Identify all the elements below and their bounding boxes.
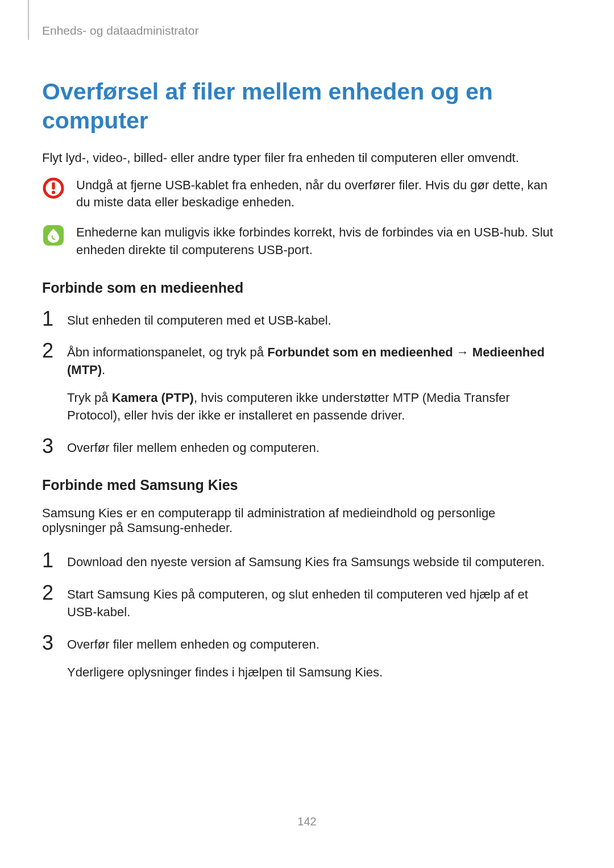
svg-rect-1 xyxy=(52,182,55,189)
step-text: Overfør filer mellem enheden og computer… xyxy=(67,436,559,457)
step2-arrow: → xyxy=(453,345,472,359)
step-number: 1 xyxy=(42,550,57,571)
step-number: 1 xyxy=(42,309,57,329)
step-number: 2 xyxy=(42,583,57,603)
section2-intro: Samsung Kies er en computerapp til admin… xyxy=(42,506,559,535)
section1-step1: 1 Slut enheden til computeren med et USB… xyxy=(42,309,559,330)
page-binding-mark xyxy=(28,0,29,40)
step2-para2-prefix: Tryk på xyxy=(67,391,112,405)
section1-heading: Forbinde som en medieenhed xyxy=(42,280,559,296)
warning-note: Undgå at fjerne USB-kablet fra enheden, … xyxy=(42,177,559,212)
warning-icon xyxy=(42,177,65,200)
page-content: Enheds- og dataadministrator Overførsel … xyxy=(0,0,614,681)
section2-step1: 1 Download den nyeste version af Samsung… xyxy=(42,550,559,571)
info-icon xyxy=(42,224,65,247)
warning-text: Undgå at fjerne USB-kablet fra enheden, … xyxy=(76,177,559,212)
step-text: Slut enheden til computeren med et USB-k… xyxy=(67,309,559,330)
intro-paragraph: Flyt lyd-, video-, billed- eller andre t… xyxy=(42,151,559,165)
step2-para2-bold: Kamera (PTP) xyxy=(112,391,194,405)
section1-step3: 3 Overfør filer mellem enheden og comput… xyxy=(42,436,559,457)
step2-suffix: . xyxy=(102,363,105,377)
step-number: 3 xyxy=(42,436,57,456)
page-number: 142 xyxy=(0,815,614,828)
step-text: Åbn informationspanelet, og tryk på Forb… xyxy=(67,340,559,424)
info-text: Enhederne kan muligvis ikke forbindes ko… xyxy=(76,224,559,259)
section2-heading: Forbinde med Samsung Kies xyxy=(42,477,559,493)
breadcrumb: Enheds- og dataadministrator xyxy=(42,24,559,38)
step-number: 3 xyxy=(42,633,57,653)
step-text: Download den nyeste version af Samsung K… xyxy=(67,550,559,571)
section2-step3: 3 Overfør filer mellem enheden og comput… xyxy=(42,633,559,682)
section1-step2: 2 Åbn informationspanelet, og tryk på Fo… xyxy=(42,340,559,424)
step3-line1: Overfør filer mellem enheden og computer… xyxy=(67,636,559,654)
step-number: 2 xyxy=(42,340,57,361)
step3-line2: Yderligere oplysninger findes i hjælpen … xyxy=(67,664,559,682)
svg-point-2 xyxy=(52,190,55,194)
page-title: Overførsel af filer mellem enheden og en… xyxy=(42,77,559,136)
section2-step2: 2 Start Samsung Kies på computeren, og s… xyxy=(42,583,559,621)
step-text: Start Samsung Kies på computeren, og slu… xyxy=(67,583,559,621)
step2-bold1: Forbundet som en medieenhed xyxy=(267,345,453,359)
info-note: Enhederne kan muligvis ikke forbindes ko… xyxy=(42,224,559,259)
step-text: Overfør filer mellem enheden og computer… xyxy=(67,633,559,682)
step2-prefix: Åbn informationspanelet, og tryk på xyxy=(67,345,267,359)
